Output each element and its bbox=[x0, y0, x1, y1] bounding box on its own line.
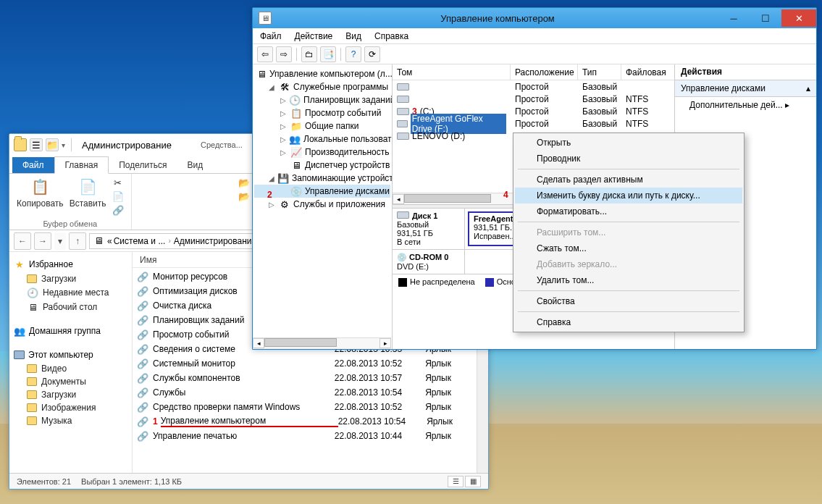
status-count: Элементов: 21 bbox=[17, 477, 71, 486]
nav-homegroup[interactable]: 👥Домашняя группа bbox=[12, 323, 129, 339]
tab-home[interactable]: Главная bbox=[54, 156, 109, 174]
file-row[interactable]: 🔗Системный монитор22.08.2013 10:52Ярлык bbox=[133, 356, 488, 371]
actions-diskmgmt[interactable]: Управление дисками▴ bbox=[675, 80, 816, 97]
ctx-active[interactable]: Сделать раздел активным bbox=[515, 172, 742, 188]
tree-storage[interactable]: ◢💾Запоминающие устройства bbox=[254, 172, 390, 185]
tb-props-button[interactable]: 📑 bbox=[320, 46, 336, 62]
tb-help-button[interactable]: ? bbox=[345, 46, 361, 62]
copy-path-button[interactable]: 📄 bbox=[112, 190, 124, 202]
actions-more[interactable]: Дополнительные дей... ▸ bbox=[675, 97, 816, 113]
tree-sharedfolders[interactable]: ▷📁Общие папки bbox=[254, 119, 390, 133]
nav-favorites[interactable]: ★Избранное bbox=[12, 256, 129, 272]
tree-performance[interactable]: ▷📈Производительность bbox=[254, 146, 390, 159]
ctx-shrink[interactable]: Сжать том... bbox=[515, 240, 742, 256]
ctx-help[interactable]: Справка bbox=[515, 314, 742, 330]
tb-forward-button[interactable]: ⇨ bbox=[276, 46, 292, 62]
nav-desktop[interactable]: 🖥Рабочий стол bbox=[12, 300, 129, 314]
file-row[interactable]: 🔗Средство проверки памяти Windows22.08.2… bbox=[133, 400, 488, 414]
ctx-change-letter[interactable]: 4 Изменить букву диска или путь к диску.… bbox=[515, 188, 742, 203]
qat-newfolder-icon[interactable]: 📁 bbox=[46, 138, 59, 151]
quick-access-toolbar: ☰ 📁 ▾ bbox=[14, 138, 75, 151]
tab-file[interactable]: Файл bbox=[12, 157, 54, 173]
ctx-extend[interactable]: Расширить том... bbox=[515, 224, 742, 240]
volume-header[interactable]: Том Расположение Тип Файловая bbox=[393, 64, 674, 80]
mmc-app-icon: 🖥 bbox=[259, 12, 272, 25]
tree-scrollbar-h[interactable]: ◂▸ bbox=[253, 337, 391, 349]
nav-this-pc[interactable]: Этот компьютер bbox=[12, 348, 129, 362]
up-button[interactable]: ↑ bbox=[69, 232, 86, 250]
actions-title: Действия bbox=[675, 64, 816, 80]
back-button[interactable]: ← bbox=[14, 232, 31, 250]
col-filesys[interactable]: Файловая bbox=[621, 64, 669, 80]
volume-row[interactable]: ПростойБазовый bbox=[393, 80, 674, 93]
tab-share[interactable]: Поделиться bbox=[109, 157, 177, 173]
tree-localusers[interactable]: ▷👥Локальные пользователи bbox=[254, 133, 390, 146]
forward-button[interactable]: → bbox=[34, 232, 51, 250]
tab-view[interactable]: Вид bbox=[177, 157, 213, 173]
maximize-button[interactable]: ☐ bbox=[750, 9, 781, 27]
nav-video[interactable]: Видео bbox=[12, 362, 129, 375]
tree-systools[interactable]: ◢🛠Служебные программы bbox=[254, 80, 390, 93]
paste-button[interactable]: 📄Вставить bbox=[70, 177, 106, 209]
view-icons-button[interactable]: ▦ bbox=[465, 476, 481, 487]
tree-eventviewer[interactable]: ▷📋Просмотр событий bbox=[254, 106, 390, 119]
menu-action[interactable]: Действие bbox=[295, 31, 333, 41]
mmc-tree[interactable]: 🖥Управление компьютером (л... ◢🛠Служебны… bbox=[253, 64, 393, 349]
menu-file[interactable]: Файл bbox=[260, 31, 282, 41]
nav-pictures[interactable]: Изображения bbox=[12, 401, 129, 414]
mmc-menubar: Файл Действие Вид Справка bbox=[253, 28, 816, 44]
ctx-format[interactable]: Форматировать... bbox=[515, 203, 742, 219]
nav-downloads[interactable]: Загрузки bbox=[12, 272, 129, 285]
ctx-delete[interactable]: Удалить том... bbox=[515, 272, 742, 288]
cut-button[interactable]: ✂ bbox=[112, 177, 124, 188]
col-layout[interactable]: Расположение bbox=[511, 64, 578, 80]
view-details-button[interactable]: ☰ bbox=[448, 476, 464, 487]
ctx-explorer[interactable]: Проводник bbox=[515, 151, 742, 167]
nav-documents[interactable]: Документы bbox=[12, 375, 129, 388]
col-volume[interactable]: Том bbox=[393, 64, 511, 80]
paste-shortcut-button[interactable]: 🔗 bbox=[112, 204, 124, 216]
tree-root[interactable]: 🖥Управление компьютером (л... bbox=[254, 67, 390, 80]
nav-downloads-pc[interactable]: Загрузки bbox=[12, 388, 129, 401]
tree-diskmgmt[interactable]: 💿Управление дисками bbox=[254, 185, 390, 198]
ctx-open[interactable]: Открыть bbox=[515, 135, 742, 151]
ctx-props[interactable]: Свойства bbox=[515, 293, 742, 309]
cdrom-left[interactable]: 💿 CD-ROM 0 DVD (E:) bbox=[393, 250, 465, 274]
tb-up-button[interactable]: 🗀 bbox=[301, 46, 317, 62]
annotation-2: 2 bbox=[267, 190, 272, 200]
clipboard-label: Буфер обмена bbox=[43, 219, 97, 228]
minimize-button[interactable]: ─ bbox=[718, 9, 750, 27]
tb-back-button[interactable]: ⇦ bbox=[257, 46, 273, 62]
navigation-pane[interactable]: ★Избранное Загрузки 🕘Недавние места 🖥Раб… bbox=[9, 252, 133, 473]
legend-unalloc: Не распределена bbox=[410, 277, 475, 286]
volume-row[interactable]: FreeAgent GoFlex Drive (F:)ПростойБазовы… bbox=[393, 117, 674, 130]
mmc-toolbar: ⇦ ⇨ 🗀 📑 ? ⟳ bbox=[253, 44, 816, 64]
volume-context-menu: Открыть Проводник Сделать раздел активны… bbox=[513, 133, 745, 332]
ctx-mirror[interactable]: Добавить зеркало... bbox=[515, 256, 742, 272]
explorer-title: Администрирование bbox=[82, 140, 172, 151]
crumb-leading[interactable]: « Система и ... bbox=[107, 236, 165, 246]
file-row[interactable]: 🔗1Управление компьютером22.08.2013 10:54… bbox=[133, 414, 488, 429]
col-type[interactable]: Тип bbox=[578, 64, 621, 80]
file-row[interactable]: 🔗Управление печатью22.08.2013 10:44Ярлык bbox=[133, 429, 488, 443]
tree-scheduler[interactable]: ▷🕒Планировщик заданий bbox=[254, 93, 390, 106]
menu-view[interactable]: Вид bbox=[345, 31, 361, 41]
menu-help[interactable]: Справка bbox=[374, 31, 408, 41]
file-row[interactable]: 🔗Службы компонентов22.08.2013 10:57Ярлык bbox=[133, 371, 488, 385]
volume-row[interactable]: ПростойБазовыйNTFS bbox=[393, 93, 674, 105]
close-button[interactable]: ✕ bbox=[781, 9, 816, 27]
qat-chevron-down-icon[interactable]: ▾ bbox=[62, 141, 65, 149]
mmc-titlebar[interactable]: 🖥 Управление компьютером ─ ☐ ✕ bbox=[253, 8, 816, 28]
copy-button[interactable]: 📋Копировать bbox=[17, 177, 64, 209]
chevron-up-icon: ▴ bbox=[806, 83, 810, 93]
qat-props-icon[interactable]: ☰ bbox=[30, 138, 43, 151]
tb-refresh-button[interactable]: ⟳ bbox=[364, 46, 380, 62]
tree-services[interactable]: ▷⚙Службы и приложения bbox=[254, 198, 390, 211]
crumb-admin[interactable]: Администрирование bbox=[174, 236, 256, 246]
recent-locations-button[interactable]: ▾ bbox=[54, 232, 66, 250]
nav-recent[interactable]: 🕘Недавние места bbox=[12, 285, 129, 300]
file-row[interactable]: 🔗Службы22.08.2013 10:54Ярлык bbox=[133, 385, 488, 400]
nav-music[interactable]: Музыка bbox=[12, 414, 129, 427]
tree-devicemgr[interactable]: 🖥Диспетчер устройств bbox=[254, 159, 390, 172]
disk1-left[interactable]: Диск 1 Базовый 931,51 ГБ В сети bbox=[393, 209, 465, 249]
